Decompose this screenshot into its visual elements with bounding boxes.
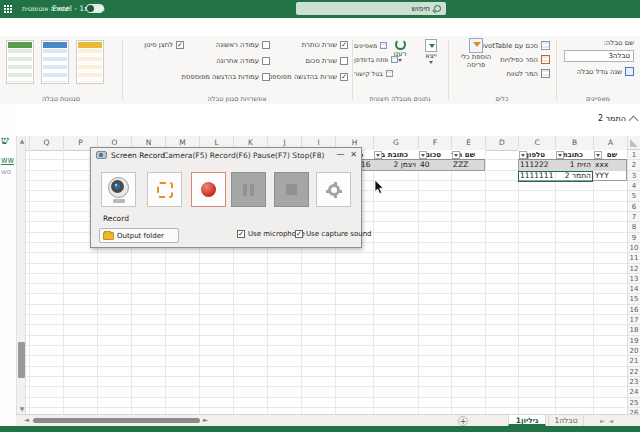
style-option-שורת כותרת[interactable]: ✓שורת כותרת [302,41,348,49]
minimize-button[interactable]: — [335,149,346,160]
cell-C2[interactable]: 111222 [518,160,555,170]
filter-dropdown-icon[interactable] [519,151,527,159]
dialog-title-bar[interactable]: Screen Record Camera(F5) Record(F6) Paus… [91,148,361,162]
table-style-preview-1[interactable] [41,40,69,84]
row-header-9[interactable]: 9 [628,233,640,243]
output-folder-button[interactable]: Output folder [99,228,179,243]
filter-dropdown-icon[interactable] [419,151,427,159]
row-header-11[interactable]: 11 [628,253,640,263]
cell-F2[interactable]: 40 [418,160,451,170]
style-option-עמודה ראשונה[interactable]: עמודה ראשונה [216,41,270,49]
dialog-menu[interactable]: Camera(F5) Record(F6) Pause(F7) Stop(F8) [163,151,324,160]
row-header-19[interactable]: 19 [628,336,640,346]
column-header-F[interactable]: F [418,136,451,149]
scroll-left-icon[interactable]: ◄ [24,416,29,424]
row-header-23[interactable]: 23 [628,377,640,387]
cell-E2[interactable]: ZZZ [451,160,485,170]
row-header-5[interactable]: 5 [628,191,640,201]
row-header-1[interactable]: 1 [628,150,640,160]
tools-button-2[interactable]: המר לטווח [507,69,550,78]
sheet-tab-גיליון1[interactable]: גיליון1 [508,415,546,426]
row-header-24[interactable]: 24 [628,387,640,397]
external-small-button-0[interactable]: מאפיינים [354,42,387,49]
record-button[interactable] [191,172,226,207]
cell-B2[interactable]: הזית 1 [555,160,593,170]
tools-icon-0 [541,41,550,50]
row-header-7[interactable]: 7 [628,212,640,222]
ribbon-group-style-options: ✓שורת כותרתשורת סכום✓שורות בהדגשה מפוספס… [122,36,352,104]
style-option-שורות בהדגשה מפוספסת[interactable]: ✓שורות בהדגשה מפוספסת [263,73,348,81]
checkbox-use-capture-sound[interactable]: ✓Use capture sound [295,230,372,238]
filter-dropdown-icon[interactable] [374,151,382,159]
webcam-button[interactable] [101,172,136,207]
style-option-עמודה אחרונה[interactable]: עמודה אחרונה [216,57,270,65]
column-header-E[interactable]: E [451,136,485,149]
scroll-down-icon[interactable]: ▼ [17,404,27,414]
column-header-G[interactable]: G [373,136,418,149]
tools-button-1[interactable]: הסר כפילויות [500,55,550,64]
row-header-20[interactable]: 20 [628,346,640,356]
external-small-button-1[interactable]: פתח בדפדפן [354,56,398,63]
row-header-14[interactable]: 14 [628,284,640,294]
row-header-2[interactable]: 2 [628,160,640,170]
sheet-nav-arrows[interactable]: ◄► [600,417,617,424]
cell-A3[interactable]: YYY [593,171,627,181]
close-icon[interactable]: ✕ [348,149,359,160]
grid-line [63,150,64,414]
export-button[interactable]: ייצא [419,39,443,64]
resize-table-button[interactable]: שנה גודל טבלה [577,67,634,76]
column-header-A[interactable]: A [593,136,627,149]
vertical-scrollbar[interactable]: ▲ ▼ [16,136,26,414]
column-header-B[interactable]: B [555,136,593,149]
ribbon-display-options-icon[interactable] [4,5,6,7]
filter-dropdown-icon[interactable] [452,151,460,159]
row-header-13[interactable]: 13 [628,274,640,284]
style-option-לחצן סינון[interactable]: ✓לחצן סינון [144,41,184,49]
row-header-8[interactable]: 8 [628,222,640,232]
filter-dropdown-icon[interactable] [594,151,602,159]
region-select-button[interactable] [147,172,182,207]
horizontal-scrollbar-thumb[interactable] [33,418,200,423]
row-header-3[interactable]: 3 [628,171,640,181]
table-style-preview-0[interactable] [6,40,34,84]
cell-C3[interactable]: 1111111 [518,171,555,181]
record-icon [201,182,216,197]
filter-dropdown-icon[interactable] [556,151,564,159]
search-box[interactable]: חיפוש [296,2,446,15]
table-style-preview-2[interactable] [76,40,104,84]
row-header-18[interactable]: 18 [628,325,640,335]
row-header-22[interactable]: 22 [628,367,640,377]
collapse-formula-bar-icon[interactable] [629,116,639,126]
cell-G2[interactable]: ויצמן 2 [373,160,418,170]
scroll-up-icon[interactable]: ▲ [17,136,27,146]
row-header-4[interactable]: 4 [628,181,640,191]
scroll-right-icon[interactable]: ► [203,416,208,424]
cell-A2[interactable]: xxx [593,160,627,170]
settings-button[interactable] [316,172,351,207]
row-header-10[interactable]: 10 [628,243,640,253]
select-all-corner[interactable] [627,136,640,150]
row-header-25[interactable]: 25 [628,398,640,408]
grid-line [451,150,452,414]
sheet-tab-טבלה1[interactable]: טבלה1 [548,415,584,426]
row-header-6[interactable]: 6 [628,202,640,212]
row-header-21[interactable]: 21 [628,356,640,366]
autosave-toggle[interactable] [86,4,104,13]
column-header-C[interactable]: C [518,136,555,149]
table-name-input[interactable]: טבלה3 [564,50,634,62]
style-option-עמודות בהדגשה מפוספסת[interactable]: עמודות בהדגשה מפוספסת [182,73,270,81]
vertical-scrollbar-thumb[interactable] [18,342,25,378]
insert-slicer-button[interactable]: הוספת כלי פריסה [454,38,498,70]
row-header-16[interactable]: 16 [628,305,640,315]
cell-B3[interactable]: התמר 2 [555,171,593,181]
column-header-D[interactable]: D [485,136,518,149]
column-header-Q[interactable]: Q [29,136,63,149]
row-header-15[interactable]: 15 [628,294,640,304]
external-small-button-2[interactable]: בטל קישור [354,70,393,77]
formula-bar[interactable]: התמר 2 [0,104,640,137]
new-sheet-button[interactable]: + [458,416,468,426]
row-header-12[interactable]: 12 [628,264,640,274]
row-header-17[interactable]: 17 [628,315,640,325]
excel-window: חיפוש חוברת1 - Excel שמירה אוטומטית קובץ… [0,0,640,432]
style-option-שורת סכום[interactable]: שורת סכום [306,57,349,65]
